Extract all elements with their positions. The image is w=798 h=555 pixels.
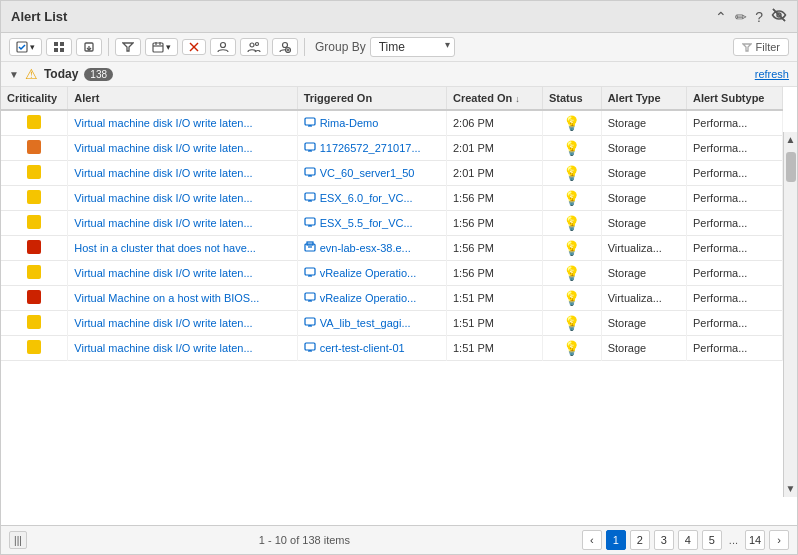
resource-name[interactable]: ESX_6.0_for_VC... [320, 192, 413, 204]
next-page-btn[interactable]: › [769, 530, 789, 550]
status-icon: 💡 [563, 240, 580, 256]
svg-rect-6 [60, 48, 64, 52]
user-btn[interactable] [210, 38, 236, 56]
status-cell: 💡 [542, 311, 601, 336]
help-icon[interactable]: ? [755, 9, 763, 25]
resource-name[interactable]: 11726572_271017... [320, 142, 421, 154]
alert-link[interactable]: Virtual machine disk I/O write laten... [74, 267, 252, 279]
collapse-icon[interactable]: ⌃ [715, 9, 727, 25]
alert-list-window: Alert List ⌃ ✏ ? ▾ [0, 0, 798, 555]
status-icon: 💡 [563, 165, 580, 181]
status-cell: 💡 [542, 161, 601, 186]
alert-link[interactable]: Virtual machine disk I/O write laten... [74, 167, 252, 179]
created-on-cell: 1:56 PM [446, 236, 542, 261]
alert-subtype-cell: Performa... [686, 211, 782, 236]
alert-link[interactable]: Virtual machine disk I/O write laten... [74, 317, 252, 329]
scroll-down-arrow[interactable]: ▼ [786, 481, 796, 497]
svg-point-18 [256, 43, 259, 46]
scroll-up-arrow[interactable]: ▲ [786, 132, 796, 148]
assign-btn[interactable] [272, 38, 298, 56]
group-collapse-btn[interactable]: ▼ [9, 69, 19, 80]
resource-name[interactable]: cert-test-client-01 [320, 342, 405, 354]
title-icons: ⌃ ✏ ? [715, 7, 787, 26]
alert-cell: Virtual machine disk I/O write laten... [68, 161, 297, 186]
status-cell: 💡 [542, 211, 601, 236]
page-5-btn[interactable]: 5 [702, 530, 722, 550]
resource-name[interactable]: VA_lib_test_gagi... [320, 317, 411, 329]
alerts-table: Criticality Alert Triggered On Created O… [1, 87, 783, 361]
col-triggered-on[interactable]: Triggered On [297, 87, 446, 110]
table-row: Virtual machine disk I/O write laten...E… [1, 186, 783, 211]
col-alert-type[interactable]: Alert Type [601, 87, 686, 110]
page-14-btn[interactable]: 14 [745, 530, 765, 550]
col-alert-subtype[interactable]: Alert Subtype [686, 87, 782, 110]
table-row: Virtual machine disk I/O write laten...E… [1, 211, 783, 236]
alert-type-cell: Storage [601, 261, 686, 286]
vertical-scrollbar[interactable]: ▲ ▼ [783, 132, 797, 497]
filter-search-btn[interactable]: Filter [733, 38, 789, 56]
resource-name[interactable]: vRealize Operatio... [320, 292, 417, 304]
col-alert[interactable]: Alert [68, 87, 297, 110]
alert-link[interactable]: Host in a cluster that does not have... [74, 242, 256, 254]
created-on-cell: 1:56 PM [446, 261, 542, 286]
select-dropdown-arrow[interactable]: ▾ [30, 42, 35, 52]
page-2-btn[interactable]: 2 [630, 530, 650, 550]
alert-link[interactable]: Virtual machine disk I/O write laten... [74, 142, 252, 154]
alert-cell: Virtual machine disk I/O write laten... [68, 186, 297, 211]
resource-name[interactable]: VC_60_server1_50 [320, 167, 415, 179]
resource-name[interactable]: vRealize Operatio... [320, 267, 417, 279]
resource-name[interactable]: evn-lab-esx-38.e... [320, 242, 411, 254]
triggered-on-cell: ESX_6.0_for_VC... [297, 186, 446, 211]
triggered-on-cell: vRealize Operatio... [297, 261, 446, 286]
vm-icon [304, 316, 316, 330]
group-by-dropdown-wrapper[interactable]: Time Criticality Alert Type [370, 37, 455, 57]
scroll-thumb[interactable] [786, 152, 796, 182]
items-info: 1 - 10 of 138 items [259, 534, 350, 546]
page-3-btn[interactable]: 3 [654, 530, 674, 550]
filter-btn[interactable] [115, 38, 141, 56]
alert-subtype-cell: Performa... [686, 161, 782, 186]
edit-icon[interactable]: ✏ [735, 9, 747, 25]
vm-icon [304, 216, 316, 230]
cancel-btn[interactable] [182, 39, 206, 55]
col-criticality[interactable]: Criticality [1, 87, 68, 110]
criticality-cell [1, 286, 68, 311]
page-4-btn[interactable]: 4 [678, 530, 698, 550]
svg-marker-23 [743, 44, 751, 51]
sort-asc-icon: ↓ [515, 94, 520, 104]
group-by-select[interactable]: Time Criticality Alert Type [370, 37, 455, 57]
select-all-btn[interactable]: ▾ [9, 38, 42, 56]
export-btn[interactable] [76, 38, 102, 56]
triggered-on-cell: 11726572_271017... [297, 136, 446, 161]
col-status[interactable]: Status [542, 87, 601, 110]
alert-link[interactable]: Virtual machine disk I/O write laten... [74, 117, 252, 129]
svg-rect-3 [54, 42, 58, 46]
eye-off-icon[interactable] [771, 7, 787, 26]
calendar-btn[interactable]: ▾ [145, 38, 178, 56]
view-btn[interactable] [46, 38, 72, 56]
alert-link[interactable]: Virtual machine disk I/O write laten... [74, 192, 252, 204]
status-cell: 💡 [542, 236, 601, 261]
prev-page-btn[interactable]: ‹ [582, 530, 602, 550]
table-container[interactable]: Criticality Alert Triggered On Created O… [1, 87, 797, 525]
alert-link[interactable]: Virtual Machine on a host with BIOS... [74, 292, 259, 304]
col-created-on[interactable]: Created On ↓ [446, 87, 542, 110]
resource-name[interactable]: ESX_5.5_for_VC... [320, 217, 413, 229]
title-bar: Alert List ⌃ ✏ ? [1, 1, 797, 33]
refresh-link[interactable]: refresh [755, 68, 789, 80]
status-icon: 💡 [563, 340, 580, 356]
page-1-btn[interactable]: 1 [606, 530, 626, 550]
table-row: Virtual machine disk I/O write laten...1… [1, 136, 783, 161]
criticality-cell [1, 311, 68, 336]
cal-dropdown-arrow[interactable]: ▾ [166, 42, 171, 52]
criticality-cell [1, 186, 68, 211]
alert-link[interactable]: Virtual machine disk I/O write laten... [74, 217, 252, 229]
alert-subtype-cell: Performa... [686, 286, 782, 311]
users-btn[interactable] [240, 38, 268, 56]
svg-point-19 [283, 43, 288, 48]
alert-type-cell: Storage [601, 211, 686, 236]
triggered-on-cell: vRealize Operatio... [297, 286, 446, 311]
resource-name[interactable]: Rima-Demo [320, 117, 379, 129]
panel-toggle-btn[interactable]: ||| [9, 531, 27, 549]
alert-link[interactable]: Virtual machine disk I/O write laten... [74, 342, 252, 354]
